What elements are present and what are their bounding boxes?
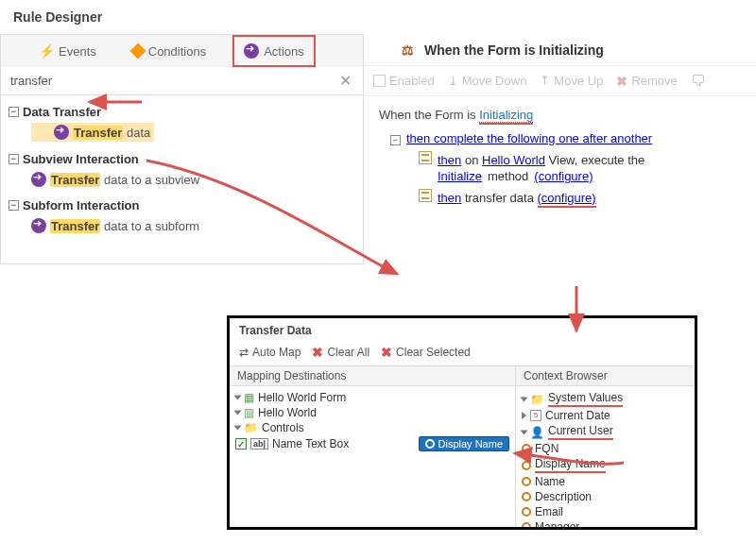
configure-link[interactable]: (configure) [534, 169, 593, 183]
arrow-circle-icon [54, 125, 69, 140]
configure-link[interactable]: (configure) [538, 191, 596, 208]
diamond-icon [129, 43, 146, 59]
remove-label: Remove [631, 74, 677, 88]
ctx-email[interactable]: Email [522, 504, 689, 519]
left-panel: ⚡ Events Conditions Actions ✕ − Data Tra… [0, 34, 364, 264]
tab-conditions-label: Conditions [148, 44, 206, 59]
tree-arrow-icon[interactable] [234, 411, 242, 416]
rule-when-text: When the Form is Initializing [364, 96, 756, 129]
mapping-value-chip[interactable]: Display Name [419, 436, 509, 451]
tree-arrow-icon[interactable] [521, 430, 528, 434]
move-down-label: Move Down [462, 74, 527, 88]
ctx-current-user[interactable]: 👤 Current User [522, 423, 689, 441]
ctx-system-values-label: System Values [548, 391, 623, 407]
tree-arrow-icon[interactable] [234, 396, 242, 400]
map-root[interactable]: ▦ Hello World Form [235, 390, 509, 405]
step-execute-initialize[interactable]: then on Hello World View, execute the [390, 145, 741, 167]
rule-header-text: When the Form is Initializing [424, 42, 604, 58]
remove-button[interactable]: ✖ Remove [616, 74, 677, 89]
map-view[interactable]: ▥ Hello World [235, 405, 509, 420]
ctx-manager[interactable]: Manager [522, 519, 689, 527]
search-highlight: Transfer [50, 219, 100, 233]
mapping-destinations-header: Mapping Destinations [230, 366, 515, 386]
mapping-destinations-panel: Mapping Destinations ▦ Hello World Form … [230, 366, 515, 527]
move-up-icon: ⤒ [540, 74, 550, 88]
ctx-description[interactable]: Description [522, 489, 689, 504]
move-down-icon: ⤓ [448, 74, 458, 88]
checkbox-icon [373, 75, 386, 87]
ctx-fqn[interactable]: FQN [522, 441, 689, 456]
tree-arrow-icon[interactable] [521, 397, 528, 401]
expander-icon[interactable]: − [9, 107, 19, 117]
ctx-email-label: Email [535, 505, 563, 518]
auto-map-button[interactable]: ⇄ Auto Map [239, 345, 301, 360]
step-text-on: on [461, 153, 482, 167]
x-icon: ✖ [312, 345, 323, 360]
then-link[interactable]: then [438, 191, 461, 205]
ctx-system-values[interactable]: 📁 System Values [522, 390, 689, 408]
ctx-fqn-label: FQN [535, 442, 558, 455]
arrow-circle-icon [244, 43, 259, 59]
tree-arrow-icon[interactable] [522, 412, 526, 419]
tree-arrow-icon[interactable] [234, 426, 242, 431]
expander-icon[interactable]: − [9, 200, 19, 211]
form-icon: ▦ [244, 391, 254, 404]
clear-selected-button[interactable]: ✖ Clear Selected [381, 345, 471, 360]
move-down-button[interactable]: ⤓ Move Down [448, 74, 527, 88]
ctx-display-name[interactable]: Display Name [522, 456, 689, 474]
action-transfer-subview[interactable]: Transfer data to a subview [9, 170, 361, 189]
move-up-button[interactable]: ⤒ Move Up [540, 74, 603, 88]
arrow-circle-icon [31, 218, 46, 233]
property-icon [522, 461, 531, 470]
calendar-icon: 5 [530, 410, 541, 421]
step-icon [419, 151, 432, 164]
ctx-current-user-label: Current User [548, 424, 613, 440]
map-field-name-textbox[interactable]: ✓ ab| Name Text Box Display Name [235, 435, 509, 452]
then-link[interactable]: then [438, 153, 461, 167]
action-transfer-subform[interactable]: Transfer data to a subform [9, 216, 361, 235]
enabled-label: Enabled [389, 74, 435, 88]
tab-conditions[interactable]: Conditions [123, 35, 215, 67]
group-subview: Subview Interaction [23, 152, 139, 166]
group-subform: Subform Interaction [23, 198, 140, 212]
ctx-name[interactable]: Name [522, 474, 689, 489]
ctx-current-date[interactable]: 5 Current Date [522, 408, 689, 423]
rule-event-link[interactable]: Initializing [479, 108, 533, 123]
x-icon: ✖ [381, 345, 392, 360]
comment-button[interactable]: 🗨 [691, 73, 706, 90]
context-browser-panel: Context Browser 📁 System Values 5 Curren… [515, 366, 695, 527]
action-label-rest: data to a subview [100, 173, 199, 187]
initialize-link[interactable]: Initialize [438, 169, 482, 183]
map-field-label: Name Text Box [272, 437, 349, 450]
step-transfer-data[interactable]: then transfer data (configure) [390, 183, 741, 205]
map-controls-label: Controls [262, 421, 304, 434]
right-panel: ⚖ When the Form is Initializing Enabled … [364, 34, 756, 264]
tab-actions[interactable]: Actions [232, 35, 316, 67]
action-transfer-data[interactable]: Transfer data [31, 123, 154, 142]
expander-icon[interactable]: − [9, 154, 19, 164]
property-icon [425, 439, 435, 449]
bolt-icon: ⚡ [39, 43, 54, 59]
gavel-icon: ⚖ [402, 42, 417, 58]
rule-steps: − then complete the following one after … [364, 129, 756, 212]
remove-icon: ✖ [616, 74, 627, 89]
actions-tree: − Data Transfer Transfer data − Subview … [1, 95, 363, 263]
expander-icon[interactable]: − [390, 135, 401, 145]
clear-all-button[interactable]: ✖ Clear All [312, 345, 369, 360]
view-link[interactable]: Hello World [482, 153, 545, 167]
step-text-method: method [488, 169, 528, 183]
step-text-transfer: transfer data [461, 191, 537, 205]
search-input[interactable] [9, 73, 335, 89]
step-text-suffix: View, execute the [545, 153, 644, 167]
tab-events[interactable]: ⚡ Events [29, 35, 106, 67]
clear-search-button[interactable]: ✕ [335, 72, 355, 90]
enabled-toggle[interactable]: Enabled [373, 74, 435, 88]
ctx-current-date-label: Current Date [545, 409, 610, 422]
page-title: Rule Designer [0, 0, 756, 34]
map-controls[interactable]: 📁 Controls [235, 420, 509, 435]
property-icon [522, 444, 531, 453]
then-block-link[interactable]: then complete the following one after an… [406, 131, 652, 145]
property-icon [522, 507, 531, 517]
group-data-transfer: Data Transfer [23, 105, 101, 119]
tab-events-label: Events [59, 44, 96, 59]
